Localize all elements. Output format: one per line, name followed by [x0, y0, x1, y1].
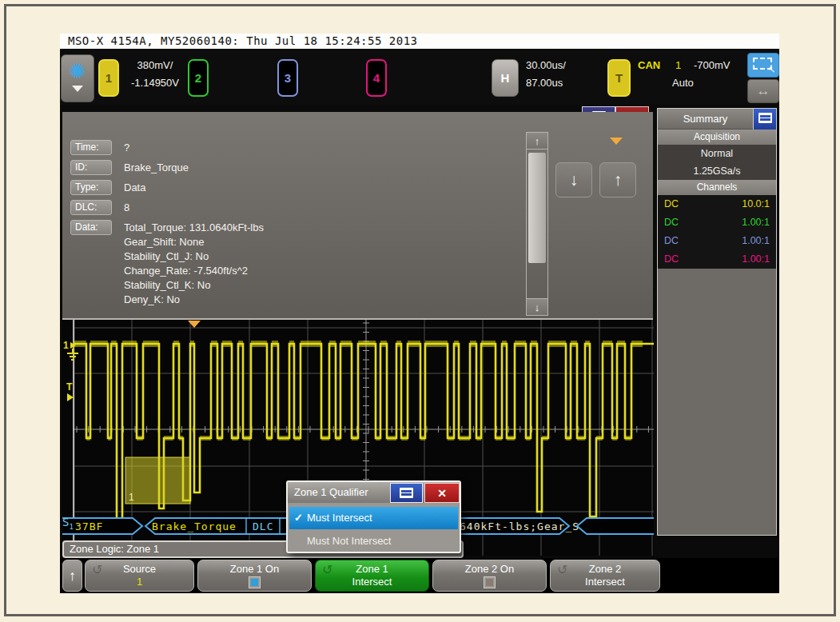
horizontal-button[interactable]: H [492, 59, 519, 97]
channel-4-button[interactable]: 4 [366, 59, 387, 97]
menu-list-icon [758, 113, 772, 123]
channel-1-button[interactable]: 1 [98, 59, 119, 97]
scroll-down-arrow[interactable]: ↓ [527, 298, 547, 315]
instrument-title: MSO-X 4154A, MY52060140: Thu Jul 18 15:2… [60, 34, 779, 49]
softkey-bar: ↑ ↺ Source 1 Zone 1 On ↺ Zone 1 Intersec… [60, 558, 779, 593]
coupling-label: DC [664, 232, 679, 250]
coupling-label: DC [664, 195, 679, 213]
rotate-knob-icon: ↺ [322, 562, 332, 577]
softkey-value: 1 [86, 576, 193, 588]
menu-item-must-intersect[interactable]: ✓Must Intersect [289, 507, 458, 529]
trigger-level: -700mV [694, 59, 731, 71]
summary-sidebar: Summary Acquisition Normal 1.25GSa/s Cha… [657, 108, 777, 536]
dialog-menu-button[interactable] [390, 483, 423, 503]
rotate-knob-icon: ↺ [92, 562, 102, 577]
softkey-value: Intersect [551, 576, 659, 588]
data-line: Change_Rate: -7.540ft/s^2 [124, 263, 248, 278]
zone1-on-checkbox[interactable] [249, 576, 261, 588]
back-softkey[interactable]: ↑ [62, 560, 82, 592]
zone-qualifier-dialog: Zone 1 Qualifier ✕ ✓Must Intersect Must … [286, 480, 461, 553]
checkmark-icon: ✓ [289, 507, 307, 529]
ch1-scale: 380mV/ [124, 59, 186, 71]
timebase-scale: 30.00us/ [526, 59, 566, 71]
softkey-zone2-qualifier[interactable]: ↺ Zone 2 Intersect [550, 560, 660, 592]
acquisition-info: Normal 1.25GSa/s [658, 145, 776, 180]
data-line: Stability_Ctl_K: No [124, 277, 210, 293]
softkey-value: Intersect [316, 576, 428, 588]
softkey-zone1-on[interactable]: Zone 1 On [197, 560, 312, 592]
channel-row: DC10.0:1 [658, 195, 776, 213]
menu-item-must-not-intersect[interactable]: Must Not Intersect [289, 530, 458, 552]
status-bar: ✺ 1 380mV/ -1.14950V 2 3 4 H 30.00us/ 87… [60, 49, 779, 105]
pan-zoom-button[interactable]: ↔ [747, 79, 779, 103]
menu-list-icon [400, 488, 413, 498]
chevron-down-icon [72, 86, 83, 92]
scroll-up-button[interactable]: ↑ [599, 162, 636, 197]
trigger-button[interactable]: T [607, 59, 631, 97]
probe-ratio: 1.00:1 [742, 232, 770, 250]
field-value-dlc: 8 [124, 200, 129, 215]
channel-row: DC1.00:1 [658, 232, 776, 250]
dialog-close-button[interactable]: ✕ [424, 483, 460, 503]
timebase-delay: 87.00us [526, 77, 563, 89]
field-value-id: Brake_Torque [124, 160, 189, 175]
svg-text:1: 1 [63, 340, 69, 351]
field-value-data: Total_Torque: 131.0640kFt-lbs [124, 220, 264, 235]
page-background: MSO-X 4154A, MY52060140: Thu Jul 18 15:2… [0, 0, 840, 622]
zone-select-button[interactable]: ↖ [747, 53, 779, 78]
sidebar-menu-button[interactable] [753, 109, 776, 130]
listing-position-marker [610, 138, 623, 145]
coupling-label: DC [664, 250, 679, 269]
channel-2-button[interactable]: 2 [188, 59, 209, 97]
probe-ratio: 10.0:1 [742, 195, 770, 213]
channels-header: Channels [658, 180, 776, 195]
svg-text:DLC: DLC [253, 520, 273, 532]
acq-mode: Normal [658, 145, 776, 162]
scroll-up-arrow[interactable]: ↑ [527, 133, 547, 150]
scrollbar-thumb[interactable] [528, 153, 546, 263]
field-label-type[interactable]: Type: [70, 180, 112, 195]
scroll-down-button[interactable]: ↓ [555, 162, 592, 197]
close-icon: ✕ [437, 487, 447, 500]
field-value-type: Data [124, 180, 145, 195]
svg-text:T: T [66, 381, 73, 393]
softkey-label: Zone 2 On [433, 563, 546, 576]
agilent-spark-icon: ✺ [62, 60, 94, 82]
zone2-on-checkbox[interactable] [484, 576, 496, 588]
channel-row: DC1.00:1 [658, 250, 776, 269]
data-line: Gear_Shift: None [124, 234, 204, 249]
svg-text:1: 1 [129, 492, 134, 503]
trigger-mode: Auto [672, 77, 694, 89]
probe-ratio: 1.00:1 [742, 250, 770, 269]
oscilloscope-screen: MSO-X 4154A, MY52060140: Thu Jul 18 15:2… [60, 34, 779, 593]
menu-logo-button[interactable]: ✺ [61, 54, 94, 102]
acquisition-header: Acquisition [658, 130, 776, 145]
svg-text:Brake_Torque: Brake_Torque [152, 520, 237, 532]
channel-3-button[interactable]: 3 [277, 59, 298, 97]
softkey-zone1-qualifier[interactable]: ↺ Zone 1 Intersect [315, 560, 429, 592]
ch1-offset: -1.14950V [121, 77, 189, 89]
listing-scrollbar[interactable]: ↑ ↓ [526, 132, 548, 316]
probe-ratio: 1.00:1 [742, 213, 770, 232]
softkey-zone2-on[interactable]: Zone 2 On [432, 560, 547, 592]
rotate-knob-icon: ↺ [557, 562, 567, 577]
field-label-data[interactable]: Data: [70, 220, 112, 235]
softkey-source[interactable]: ↺ Source 1 [85, 560, 194, 592]
field-label-dlc[interactable]: DLC: [70, 200, 112, 215]
svg-text:37BF: 37BF [75, 520, 103, 532]
coupling-label: DC [664, 213, 679, 232]
field-label-id[interactable]: ID: [70, 160, 112, 175]
serial-bus-label: S1 [62, 516, 74, 531]
menu-item-label: Must Not Intersect [307, 535, 391, 547]
pan-arrows-icon: ↔ [757, 83, 770, 98]
acq-sample-rate: 1.25GSa/s [658, 162, 776, 180]
field-value-time: ? [124, 140, 129, 155]
cursor-arrow-icon: ↖ [768, 65, 775, 75]
trigger-source: 1 [675, 59, 681, 71]
trigger-type: CAN [638, 59, 660, 71]
data-line: Deny_K: No [124, 292, 180, 307]
menu-item-label: Must Intersect [307, 512, 372, 524]
field-label-time[interactable]: Time: [70, 140, 112, 155]
channel-summary-list: DC10.0:1 DC1.00:1 DC1.00:1 DC1.00:1 [658, 195, 776, 269]
sidebar-title[interactable]: Summary [658, 109, 753, 130]
